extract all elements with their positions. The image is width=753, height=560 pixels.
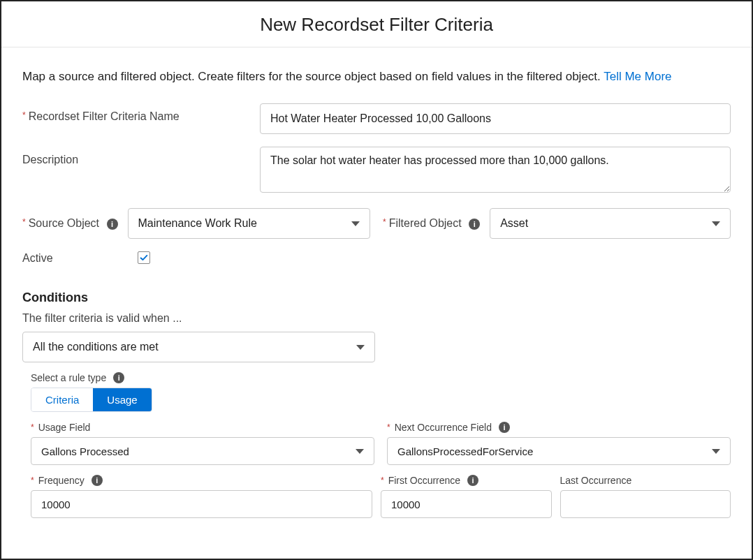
conditions-sub-area: Select a rule type i Criteria Usage *Usa…: [22, 372, 731, 518]
row-active: Active: [22, 251, 731, 265]
label-next-occurrence: *Next Occurrence Field i: [387, 422, 731, 433]
source-object-value: Maintenance Work Rule: [138, 217, 351, 230]
col-last-occurrence: Last Occurrence: [560, 475, 731, 518]
info-icon[interactable]: i: [467, 475, 478, 486]
label-first-occurrence: *First Occurrence i: [381, 475, 552, 486]
row-objects: Source Object i Maintenance Work Rule Fi…: [22, 208, 731, 239]
row-occurrence: *Frequency i *First Occurrence i Last Oc…: [31, 475, 731, 518]
label-next-occurrence-text: Next Occurrence Field: [395, 422, 492, 433]
info-icon[interactable]: i: [113, 372, 124, 383]
col-usage-field: *Usage Field Gallons Processed: [31, 422, 374, 465]
rule-type-label-text: Select a rule type: [31, 372, 106, 383]
filtered-object-select[interactable]: Asset: [490, 208, 731, 239]
label-description: Description: [22, 147, 260, 166]
frequency-input[interactable]: [31, 490, 372, 518]
source-object-select[interactable]: Maintenance Work Rule: [128, 208, 370, 239]
label-filtered-object: Filtered Object i: [383, 217, 480, 230]
label-name: Recordset Filter Criteria Name: [22, 103, 260, 123]
chevron-down-icon: [712, 221, 720, 226]
description-textarea[interactable]: [260, 147, 731, 193]
info-icon[interactable]: i: [107, 219, 118, 230]
label-frequency-text: Frequency: [38, 475, 85, 486]
label-last-occurrence: Last Occurrence: [560, 475, 731, 486]
first-occurrence-input[interactable]: [381, 490, 552, 518]
chevron-down-icon: [356, 345, 365, 350]
field-active: [138, 251, 150, 265]
last-occurrence-input[interactable]: [560, 490, 731, 518]
dialog-title: New Recordset Filter Criteria: [1, 14, 752, 36]
usage-field-select[interactable]: Gallons Processed: [31, 437, 374, 465]
condition-logic-value: All the conditions are met: [33, 341, 356, 353]
filtered-object-value: Asset: [500, 217, 712, 230]
active-checkbox[interactable]: [138, 251, 150, 264]
tab-usage[interactable]: Usage: [93, 388, 151, 411]
chevron-down-icon: [351, 221, 360, 226]
label-source-object-text: Source Object: [22, 217, 99, 229]
conditions-helper: The filter criteria is valid when ...: [22, 312, 731, 325]
rule-type-toggle: Criteria Usage: [31, 388, 152, 412]
condition-logic-select[interactable]: All the conditions are met: [22, 332, 375, 362]
label-usage-field: *Usage Field: [31, 422, 374, 433]
tab-criteria[interactable]: Criteria: [31, 388, 93, 411]
conditions-heading: Conditions: [22, 290, 731, 305]
row-description: Description: [22, 147, 731, 196]
info-icon[interactable]: i: [469, 219, 480, 230]
label-frequency: *Frequency i: [31, 475, 372, 486]
row-usage-fields: *Usage Field Gallons Processed *Next Occ…: [31, 422, 731, 465]
dialog-body: Map a source and filtered object. Create…: [1, 47, 752, 518]
intro-text: Map a source and filtered object. Create…: [22, 70, 731, 84]
chevron-down-icon: [712, 449, 720, 454]
name-input[interactable]: [260, 103, 731, 134]
field-name: [260, 103, 731, 134]
col-next-occurrence: *Next Occurrence Field i GallonsProcesse…: [387, 422, 731, 465]
col-first-occurrence: *First Occurrence i: [381, 475, 552, 518]
row-name: Recordset Filter Criteria Name: [22, 103, 731, 134]
tell-me-more-link[interactable]: Tell Me More: [604, 70, 671, 83]
cell-source-object: Source Object i Maintenance Work Rule: [22, 208, 370, 239]
label-filtered-object-text: Filtered Object: [383, 217, 462, 229]
label-active: Active: [22, 252, 138, 265]
info-icon[interactable]: i: [499, 422, 510, 433]
next-occurrence-value: GallonsProcessedForService: [397, 445, 712, 457]
check-icon: [139, 253, 149, 263]
next-occurrence-select[interactable]: GallonsProcessedForService: [387, 437, 731, 465]
field-description: [260, 147, 731, 196]
rule-type-label: Select a rule type i: [31, 372, 731, 383]
chevron-down-icon: [356, 449, 364, 454]
info-icon[interactable]: i: [92, 475, 103, 486]
dialog-header: New Recordset Filter Criteria: [1, 1, 752, 47]
dialog-frame: New Recordset Filter Criteria Map a sour…: [0, 0, 753, 560]
col-frequency: *Frequency i: [31, 475, 372, 518]
intro-text-content: Map a source and filtered object. Create…: [22, 70, 604, 83]
label-name-text: Recordset Filter Criteria Name: [22, 110, 180, 122]
label-source-object: Source Object i: [22, 217, 118, 230]
cell-filtered-object: Filtered Object i Asset: [383, 208, 731, 239]
label-first-occurrence-text: First Occurrence: [388, 475, 460, 486]
label-usage-field-text: Usage Field: [38, 422, 91, 433]
usage-field-value: Gallons Processed: [41, 445, 356, 457]
label-last-occurrence-text: Last Occurrence: [560, 475, 632, 486]
